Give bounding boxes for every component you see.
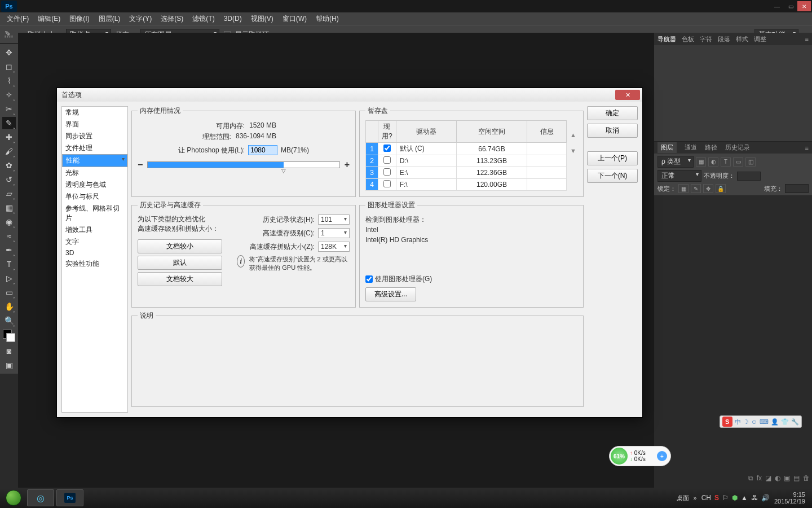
menu-item[interactable]: 图像(I): [65, 14, 94, 24]
filter-shape-icon[interactable]: ▭: [733, 157, 743, 167]
opacity-input[interactable]: [737, 172, 761, 181]
net-expand-icon[interactable]: +: [657, 451, 667, 461]
menu-item[interactable]: 窗口(W): [278, 14, 311, 24]
dialog-close-button[interactable]: ✕: [615, 90, 640, 100]
tray-up-icon[interactable]: ▲: [741, 494, 748, 502]
menu-item[interactable]: 编辑(E): [33, 14, 65, 24]
tray-sogou-icon[interactable]: S: [714, 494, 719, 502]
layer-filter-dropdown[interactable]: ρ 类型: [657, 156, 694, 168]
group-icon[interactable]: ▣: [784, 474, 790, 482]
tray-chevron-icon[interactable]: »: [694, 494, 697, 501]
panel-menu-icon[interactable]: ≡: [805, 36, 809, 42]
menu-item[interactable]: 滤镜(T): [188, 14, 219, 24]
tab-swatches[interactable]: 色板: [682, 35, 694, 43]
menu-item[interactable]: 文件(F): [2, 14, 33, 24]
toolbar-grip[interactable]: ▮▮▮▮: [1, 34, 17, 38]
tab-paths[interactable]: 路径: [705, 143, 717, 152]
prefs-category-item[interactable]: 界面: [62, 119, 127, 130]
prefs-category-item[interactable]: 透明度与色域: [62, 179, 127, 191]
dodge-tool[interactable]: ≈: [2, 230, 16, 242]
type-tool[interactable]: T: [2, 258, 16, 270]
tab-paragraph[interactable]: 段落: [718, 35, 730, 43]
tab-adjustments[interactable]: 调整: [754, 35, 766, 43]
menu-item[interactable]: 帮助(H): [311, 14, 343, 24]
taskbar-clock[interactable]: 9:15 2015/12/19: [774, 491, 805, 505]
start-button[interactable]: [2, 489, 25, 506]
brush-tool[interactable]: 🖌: [2, 145, 16, 157]
filter-pixel-icon[interactable]: ▦: [696, 157, 706, 167]
maximize-button[interactable]: ▭: [784, 1, 797, 11]
sogou-icon[interactable]: S: [722, 417, 732, 427]
cancel-button[interactable]: 取消: [587, 124, 638, 138]
tab-history[interactable]: 历史记录: [725, 143, 750, 152]
cache-tile-select[interactable]: 128K: [318, 242, 350, 252]
mask-icon[interactable]: ◪: [765, 474, 771, 482]
ime-toolbar[interactable]: S 中 ☽ ☺ ⌨ 👤 👕 🔧: [720, 415, 802, 428]
drive-active-checkbox[interactable]: [383, 156, 391, 164]
task-browser[interactable]: ◎: [27, 489, 54, 506]
tab-navigator[interactable]: 导航器: [657, 35, 676, 43]
ime-emoji-icon[interactable]: ☺: [751, 418, 757, 425]
new-layer-icon[interactable]: ▤: [793, 474, 800, 482]
drive-active-checkbox[interactable]: [383, 144, 391, 152]
filter-smart-icon[interactable]: ◫: [745, 157, 756, 167]
prefs-category-item[interactable]: 光标: [62, 167, 127, 179]
healing-brush-tool[interactable]: ✚: [2, 131, 16, 143]
prefs-category-item[interactable]: 参考线、网格和切片: [62, 203, 127, 224]
link-layers-icon[interactable]: ⧉: [748, 474, 753, 482]
lock-position-icon[interactable]: ✥: [703, 184, 713, 193]
table-row[interactable]: 2 D:\ 113.23GB: [366, 155, 567, 167]
history-states-select[interactable]: 101: [318, 214, 350, 225]
prefs-category-item[interactable]: 同步设置: [62, 130, 127, 142]
prefs-category-item[interactable]: 单位与标尺: [62, 191, 127, 203]
tab-layers[interactable]: 图层: [657, 142, 677, 153]
eraser-tool[interactable]: ▱: [2, 187, 16, 200]
next-button[interactable]: 下一个(N): [587, 169, 638, 183]
quick-mask-icon[interactable]: ◙: [2, 345, 16, 357]
clone-stamp-tool[interactable]: ✿: [2, 159, 16, 172]
shape-tool[interactable]: ▭: [2, 286, 16, 299]
path-selection-tool[interactable]: ▷: [2, 272, 16, 284]
doc-small-button[interactable]: 文档较小: [138, 239, 222, 253]
lock-transparency-icon[interactable]: ▦: [678, 184, 689, 193]
prefs-category-item[interactable]: 文字: [62, 236, 127, 248]
filter-type-icon[interactable]: T: [721, 157, 731, 167]
memory-slider[interactable]: ▽: [147, 161, 339, 168]
doc-default-button[interactable]: 默认: [138, 256, 222, 270]
tray-desktop-label[interactable]: 桌面: [677, 494, 689, 502]
pen-tool[interactable]: ✒: [2, 244, 16, 256]
use-gpu-checkbox[interactable]: [365, 275, 373, 283]
history-brush-tool[interactable]: ↺: [2, 173, 16, 186]
tray-network-icon[interactable]: 🖧: [751, 494, 758, 502]
fx-icon[interactable]: fx: [757, 474, 762, 482]
menu-item[interactable]: 选择(S): [156, 14, 188, 24]
menu-item[interactable]: 图层(L): [94, 14, 125, 24]
slider-minus-icon[interactable]: −: [138, 160, 143, 170]
ime-settings-icon[interactable]: 🔧: [791, 418, 799, 426]
prefs-category-item[interactable]: 常规: [62, 107, 127, 119]
table-row[interactable]: 3 E:\ 122.36GB: [366, 167, 567, 179]
tab-character[interactable]: 字符: [700, 35, 712, 43]
table-row[interactable]: 4 F:\ 120.00GB: [366, 179, 567, 191]
let-ps-use-input[interactable]: [248, 145, 277, 155]
lock-pixels-icon[interactable]: ✎: [691, 184, 701, 193]
menu-item[interactable]: 视图(V): [246, 14, 278, 24]
task-photoshop[interactable]: Ps: [56, 489, 83, 506]
table-row[interactable]: 1 默认 (C) 66.74GB: [366, 143, 567, 155]
marquee-tool[interactable]: ◻: [2, 60, 16, 73]
prefs-category-item[interactable]: 增效工具: [62, 224, 127, 236]
tray-volume-icon[interactable]: 🔊: [761, 494, 770, 502]
ok-button[interactable]: 确定: [587, 106, 638, 120]
ime-moon-icon[interactable]: ☽: [743, 418, 749, 426]
blur-tool[interactable]: ◉: [2, 216, 16, 228]
tray-shield-icon[interactable]: ⬢: [732, 494, 738, 502]
layers-menu-icon[interactable]: ≡: [805, 144, 809, 151]
zoom-tool[interactable]: 🔍: [2, 314, 16, 327]
prefs-category-item[interactable]: 性能: [62, 154, 127, 167]
ime-person-icon[interactable]: 👤: [771, 418, 779, 426]
crop-tool[interactable]: ✂: [2, 103, 16, 115]
delete-layer-icon[interactable]: 🗑: [803, 474, 810, 482]
slider-plus-icon[interactable]: +: [345, 160, 350, 170]
gpu-advanced-button[interactable]: 高级设置...: [365, 287, 416, 301]
move-up-icon[interactable]: ▲: [570, 132, 576, 138]
